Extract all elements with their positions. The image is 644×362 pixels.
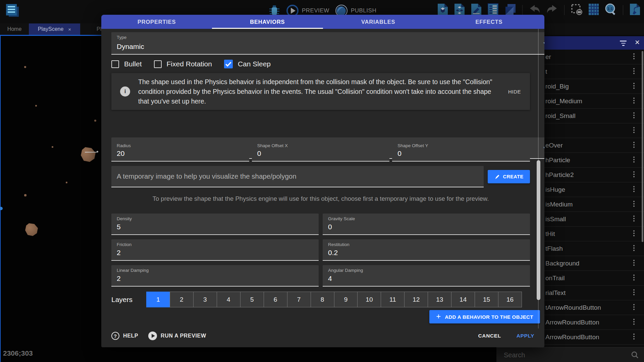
grid-icon[interactable] — [587, 3, 600, 17]
item-menu-icon[interactable] — [633, 260, 635, 267]
help-button[interactable]: ? HELP — [111, 332, 138, 340]
layer-button-6[interactable]: 6 — [264, 292, 287, 307]
tab-properties[interactable]: PROPERTIES — [101, 15, 212, 29]
item-menu-icon[interactable] — [633, 186, 635, 193]
item-menu-icon[interactable] — [633, 83, 635, 90]
add-behavior-button[interactable]: + ADD A BEHAVIOR TO THE OBJECT — [429, 310, 540, 323]
objects-search-bar[interactable]: Search — [496, 347, 644, 362]
item-menu-icon[interactable] — [633, 289, 635, 296]
tab-variables[interactable]: VARIABLES — [323, 15, 434, 29]
field-label: Shape Offset X — [257, 143, 288, 148]
zoom-actual-icon[interactable]: 1:1 — [604, 3, 618, 17]
item-menu-icon[interactable] — [633, 127, 635, 134]
field-friction[interactable]: Friction2 — [111, 239, 319, 261]
layer-button-7[interactable]: 7 — [287, 292, 311, 307]
chevron-down-icon: ▼ — [543, 41, 544, 46]
apply-button[interactable]: APPLY — [517, 333, 534, 339]
field-radius[interactable]: Radius20 — [111, 140, 249, 162]
layer-button-9[interactable]: 9 — [334, 292, 358, 307]
sort-filter-icon[interactable] — [620, 41, 627, 47]
tab-label: BEHAVIORS — [250, 19, 285, 25]
objects-scrollbar[interactable] — [642, 51, 643, 242]
button-label: CREATE — [503, 174, 524, 179]
field-angular-damping[interactable]: Angular Damping4 — [323, 265, 530, 287]
checkbox-can-sleep[interactable]: Can Sleep — [224, 60, 271, 68]
layer-button-1[interactable]: 1 — [146, 292, 170, 307]
close-panel-icon[interactable]: ✕ — [635, 39, 640, 46]
item-menu-icon[interactable] — [633, 53, 635, 60]
field-linear-damping[interactable]: Linear Damping2 — [111, 265, 319, 287]
dialog-scrollbar-thumb[interactable] — [537, 160, 540, 300]
item-menu-icon[interactable] — [633, 245, 635, 252]
layer-button-5[interactable]: 5 — [240, 292, 264, 307]
layer-button-11[interactable]: 11 — [381, 292, 405, 307]
object-name: roid_Medium — [545, 94, 582, 108]
checkbox-unchecked-icon[interactable] — [111, 60, 119, 68]
temp-image-input[interactable]: A temporary image to help you visualize … — [111, 166, 484, 187]
layer-button-8[interactable]: 8 — [311, 292, 334, 307]
type-dropdown[interactable]: Type Dynamic ▼ — [111, 32, 544, 55]
dialog-footer: ? HELP RUN A PREVIEW CANCEL APPLY — [111, 328, 534, 343]
plus-icon: + — [436, 312, 441, 321]
item-menu-icon[interactable] — [633, 334, 635, 341]
item-menu-icon[interactable] — [633, 216, 635, 223]
item-menu-icon[interactable] — [633, 112, 635, 119]
search-input[interactable]: Search — [504, 348, 525, 362]
settings-icon[interactable] — [629, 3, 641, 17]
field-shape-offset-x[interactable]: Shape Offset X0 — [252, 140, 390, 162]
run-preview-button[interactable]: RUN A PREVIEW — [148, 331, 206, 340]
asteroid-sprite — [35, 105, 37, 107]
checkbox-unchecked-icon[interactable] — [154, 60, 162, 68]
cancel-button[interactable]: CANCEL — [478, 333, 501, 339]
layer-button-4[interactable]: 4 — [217, 292, 240, 307]
create-button[interactable]: CREATE — [488, 170, 530, 183]
hide-button[interactable]: HIDE — [499, 89, 530, 95]
info-text: The shape used in the Physics behavior i… — [138, 77, 499, 106]
item-menu-icon[interactable] — [633, 142, 635, 149]
project-manager-icon[interactable] — [4, 2, 21, 19]
item-menu-icon[interactable] — [633, 230, 635, 237]
checkbox-checked-icon[interactable] — [224, 60, 233, 68]
play-icon — [148, 331, 157, 340]
selection-handle[interactable] — [0, 207, 3, 210]
item-menu-icon[interactable] — [633, 98, 635, 105]
item-menu-icon[interactable] — [633, 304, 635, 311]
item-menu-icon[interactable] — [633, 157, 635, 164]
deselect-icon[interactable] — [570, 3, 583, 17]
checkbox-bullet[interactable]: Bullet — [111, 60, 142, 68]
handle-dot[interactable] — [97, 151, 98, 153]
item-menu-icon[interactable] — [633, 275, 635, 282]
checkbox-row: BulletFixed RotationCan Sleep — [111, 58, 530, 70]
object-name: ArrowRoundButton — [545, 330, 599, 344]
item-menu-icon[interactable] — [633, 319, 635, 326]
dialog-tab-bar: PROPERTIES BEHAVIORS VARIABLES EFFECTS — [101, 15, 544, 29]
layer-button-13[interactable]: 13 — [428, 292, 451, 307]
field-value: 20 — [117, 149, 124, 158]
field-shape-offset-y[interactable]: Shape Offset Y0 — [392, 140, 530, 162]
redo-icon[interactable] — [545, 3, 559, 17]
item-menu-icon[interactable] — [633, 68, 635, 75]
field-density[interactable]: Density5 — [111, 214, 319, 235]
layer-button-2[interactable]: 2 — [170, 292, 194, 307]
field-gravity-scale[interactable]: Gravity Scale0 — [323, 214, 530, 235]
object-name: ArrowRoundButton — [545, 315, 599, 329]
object-name: tHit — [545, 227, 555, 241]
tab-playscene[interactable]: PlayScene × — [29, 23, 80, 35]
checkbox-fixed-rotation[interactable]: Fixed Rotation — [154, 60, 212, 68]
item-menu-icon[interactable] — [633, 171, 635, 178]
tab-home[interactable]: Home — [0, 23, 29, 35]
asteroid-sprite — [52, 146, 53, 148]
layer-button-15[interactable]: 15 — [475, 292, 498, 307]
field-restitution[interactable]: Restitution0.2 — [323, 239, 530, 261]
layer-button-16[interactable]: 16 — [498, 292, 522, 307]
temp-image-row: A temporary image to help you visualize … — [111, 166, 530, 187]
item-menu-icon[interactable] — [633, 201, 635, 208]
close-tab-icon[interactable]: × — [68, 26, 71, 32]
tab-effects[interactable]: EFFECTS — [434, 15, 544, 29]
layer-button-10[interactable]: 10 — [357, 292, 381, 307]
layer-button-14[interactable]: 14 — [451, 292, 475, 307]
tab-behaviors[interactable]: BEHAVIORS — [212, 15, 323, 29]
asteroid-sprite — [24, 194, 26, 196]
layer-button-12[interactable]: 12 — [404, 292, 428, 307]
layer-button-3[interactable]: 3 — [193, 292, 217, 307]
